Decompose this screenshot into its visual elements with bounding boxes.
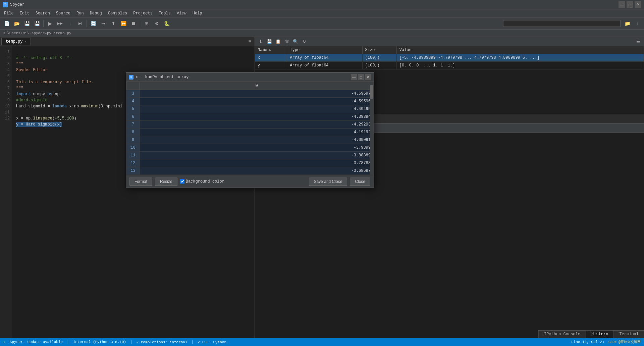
row-value-5[interactable]: -4.49495 — [140, 105, 374, 113]
var-save-button[interactable]: 💾 — [266, 38, 273, 45]
menu-run[interactable]: Run — [74, 10, 87, 16]
var-value-x: [-5. -4.8989899 -4.7979798 ... 4.7979798… — [396, 54, 644, 62]
row-value-4[interactable]: -4.59596 — [140, 98, 374, 105]
row-index-6: 6 — [126, 113, 140, 121]
tab-terminal[interactable]: Terminal — [613, 331, 644, 338]
dialog-minimize-button[interactable]: — — [351, 74, 357, 80]
row-value-10[interactable]: -3.9899 — [140, 144, 374, 152]
save-button[interactable]: 💾 — [22, 19, 32, 28]
table-row[interactable]: 11 -3.88889 — [126, 152, 374, 159]
browse-dir-button[interactable]: 📁 — [623, 19, 632, 28]
menu-view[interactable]: View — [174, 10, 189, 16]
table-row[interactable]: 5 -4.49495 — [126, 105, 374, 113]
col-header-value[interactable]: Value — [396, 46, 644, 54]
resize-button[interactable]: Resize — [155, 178, 177, 186]
table-row[interactable]: 13 -3.68687 — [126, 167, 374, 175]
row-value-11[interactable]: -3.88889 — [140, 152, 374, 159]
table-row[interactable]: 12 -3.78788 — [126, 159, 374, 167]
table-row[interactable]: 10 -3.9899 — [126, 144, 374, 152]
close-dialog-button[interactable]: Close — [350, 178, 370, 186]
var-refresh-button[interactable]: ↻ — [301, 38, 308, 45]
row-index-10: 10 — [126, 144, 140, 152]
row-value-9[interactable]: -4.09091 — [140, 136, 374, 144]
col-header-size[interactable]: Size — [362, 46, 396, 54]
var-value-y: [0. 0. 0. ... 1. 1. 1.] — [396, 62, 644, 69]
run-selection-button[interactable]: ▶| — [75, 19, 85, 28]
save-all-button[interactable]: 💾 — [32, 19, 42, 28]
scrollbar[interactable] — [370, 82, 374, 175]
dialog-footer: Format Resize Background color Save and … — [126, 175, 374, 188]
tab-history[interactable]: History — [586, 331, 613, 338]
var-row-y[interactable]: y Array of float64 (100,) [0. 0. 0. ... … — [255, 62, 644, 69]
table-row[interactable]: 3 -4.69697 — [126, 90, 374, 98]
dialog-maximize-button[interactable]: □ — [358, 74, 364, 80]
tab-close-icon[interactable]: ✕ — [24, 40, 26, 44]
new-file-button[interactable]: 📄 — [2, 19, 11, 28]
status-separator-2: | — [130, 340, 132, 344]
row-index-5: 5 — [126, 105, 140, 113]
step-button[interactable]: ↪ — [99, 19, 108, 28]
menu-help[interactable]: Help — [190, 10, 205, 16]
split-h-button[interactable]: ⊞ — [142, 19, 151, 28]
row-value-6[interactable]: -4.39394 — [140, 113, 374, 121]
col-header-name[interactable]: Name▲ — [255, 46, 287, 54]
row-value-7[interactable]: -4.29293 — [140, 121, 374, 129]
menu-file[interactable]: File — [1, 10, 16, 16]
menu-projects[interactable]: Projects — [130, 10, 155, 16]
menu-debug[interactable]: Debug — [87, 10, 105, 16]
row-value-12[interactable]: -3.78788 — [140, 159, 374, 167]
background-color-input[interactable] — [180, 179, 184, 184]
col-header-type[interactable]: Type — [287, 46, 362, 54]
minimize-button[interactable]: — — [619, 1, 625, 8]
var-row-x[interactable]: x Array of float64 (100,) [-5. -4.898989… — [255, 54, 644, 62]
save-and-close-button[interactable]: Save and Close — [309, 178, 347, 186]
run-button[interactable]: ▶ — [45, 19, 55, 28]
step-over-button[interactable]: ⏩ — [119, 19, 128, 28]
scroll-thumb[interactable] — [370, 85, 373, 99]
maximize-button[interactable]: □ — [627, 1, 633, 8]
table-row[interactable]: 9 -4.09091 — [126, 136, 374, 144]
row-value-3[interactable]: -4.69697 — [140, 90, 374, 98]
row-value-8[interactable]: -4.19192 — [140, 129, 374, 136]
var-search-button[interactable]: 🔍 — [292, 38, 299, 45]
row-index-11: 11 — [126, 152, 140, 159]
dialog-close-button[interactable]: ✕ — [365, 74, 371, 80]
working-dir-input[interactable]: C:\Users\Mi\.spyder-py3 — [503, 20, 621, 27]
title-bar: S Spyder — □ ✕ — [0, 0, 644, 9]
table-row[interactable]: 7 -4.29293 — [126, 121, 374, 129]
row-value-13[interactable]: -3.68687 — [140, 167, 374, 175]
debug-button[interactable]: 🔄 — [89, 19, 98, 28]
table-row[interactable]: 8 -4.19192 — [126, 129, 374, 136]
status-separator-1: | — [67, 340, 69, 344]
table-row[interactable]: 6 -4.39394 — [126, 113, 374, 121]
editor-tab-temp-py[interactable]: temp.py ✕ — [1, 38, 31, 45]
step-into-button[interactable]: ⬆ — [109, 19, 118, 28]
settings-button[interactable]: ⚙ — [152, 19, 161, 28]
python-button[interactable]: 🐍 — [162, 19, 171, 28]
open-file-button[interactable]: 📂 — [12, 19, 21, 28]
var-delete-button[interactable]: 🗑 — [283, 38, 290, 45]
dialog-table-scroll[interactable]: 0 3 -4.69697 4 -4.59596 5 -4.49495 — [126, 82, 374, 175]
close-button[interactable]: ✕ — [635, 1, 641, 8]
breadcrumb: C:\Users\Mi\.spyder-py3\temp.py — [0, 30, 644, 37]
table-row[interactable]: 4 -4.59596 — [126, 98, 374, 105]
tab-menu-button[interactable]: ≡ — [247, 39, 253, 44]
menu-search[interactable]: Search — [33, 10, 53, 16]
menu-consoles[interactable]: Consoles — [105, 10, 130, 16]
stop-button[interactable]: ⏹ — [129, 19, 138, 28]
format-button[interactable]: Format — [129, 178, 152, 186]
var-import-button[interactable]: ⬇ — [257, 38, 264, 45]
table-col-0-header[interactable]: 0 — [140, 82, 374, 90]
var-copy-button[interactable]: 📋 — [274, 38, 282, 45]
menu-tools[interactable]: Tools — [156, 10, 173, 16]
parent-dir-button[interactable]: ↑ — [633, 19, 642, 28]
run-cell-advance-button[interactable]: ↓ — [65, 19, 75, 28]
tab-ipython-console[interactable]: IPython Console — [538, 331, 586, 338]
var-type-x: Array of float64 — [287, 54, 362, 62]
var-options-button[interactable]: ☰ — [635, 38, 642, 45]
row-index-13: 13 — [126, 167, 140, 175]
menu-edit[interactable]: Edit — [17, 10, 32, 16]
run-cell-button[interactable]: ▶▶ — [55, 19, 65, 28]
background-color-checkbox[interactable]: Background color — [180, 179, 224, 184]
menu-source[interactable]: Source — [53, 10, 73, 16]
